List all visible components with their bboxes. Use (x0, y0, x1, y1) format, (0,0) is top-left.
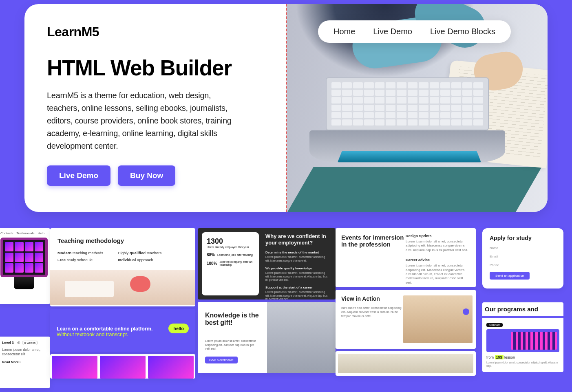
why-h2: We provide quality knowledge (265, 266, 329, 270)
programs-desc: Lorem ipsum dolor amet, consectetur adip… (486, 361, 559, 368)
preview-landscape-card (336, 351, 476, 376)
video-thumb[interactable] (403, 295, 473, 343)
preview-learn-card: Learn on a comfortable online platform. … (50, 309, 195, 352)
teaching-bullet: Highly qualified teachers (118, 251, 161, 255)
stat-88: 88% (207, 253, 215, 257)
stat-100: 100% (207, 261, 217, 266)
apply-field-name[interactable]: Name (490, 246, 556, 250)
brand-logo: LearnM5 (47, 24, 264, 40)
why-h3: Support at the start of a career (265, 286, 329, 289)
events-sub1: Design Sprints (406, 234, 470, 238)
apply-field-email[interactable]: Email (490, 255, 556, 258)
buy-now-button[interactable]: Buy Now (118, 165, 175, 186)
teaching-title: Teaching methodology (57, 237, 188, 244)
stat-88-label: Learn find jobs after training (217, 253, 253, 256)
programs-price: from 15$ lesson (486, 355, 559, 359)
teaching-bullet: Free study schedule (57, 258, 103, 262)
stat-sub: Users already employed this year (207, 246, 254, 249)
hero-card: LearnM5 HTML Web Builder LearnM5 is a th… (24, 4, 548, 212)
stat-big: 1300 (207, 237, 254, 246)
nav-live-demo[interactable]: Live Demo (373, 27, 412, 36)
why-h1: Determine the needs of the market (265, 251, 329, 254)
nav-home[interactable]: Home (333, 27, 355, 36)
learn-line2: Without textbook and transcript. (57, 332, 189, 337)
apply-title: Apply for study (490, 235, 556, 241)
preview-level3-card: Level 3 ⏲ 8 weeks Lorem ipsum dolor amet… (0, 337, 50, 388)
programs-icon (486, 329, 559, 352)
preview-events-card: Events for immersion in the profession D… (336, 228, 476, 287)
nav-live-demo-blocks[interactable]: Live Demo Blocks (430, 27, 495, 36)
events-sub2: Career advice (406, 258, 470, 262)
preview-colorful-strip (50, 354, 195, 379)
preview-view-card: View in Action Intro marrit nec anter, c… (336, 290, 476, 349)
why-p2: Lorem ipsum dolor sit amet, consectetur … (265, 271, 329, 282)
why-p1: Lorem ipsum dolor sit amet, consectetur … (265, 255, 329, 262)
tab-help: Help (38, 231, 44, 235)
gift-title: Knowledge is the best gift! (205, 312, 260, 327)
hero-headline: HTML Web Builder (47, 57, 264, 79)
top-nav: Home Live Demo Live Demo Blocks (318, 20, 511, 43)
level3-body: Lorem ipsum dolor amet, consectetur elit… (2, 348, 46, 357)
preview-gallery: Contacts Testimonials Help Level 3 ⏲ 8 w… (0, 228, 572, 388)
events-p2: Lorem ipsum dolor sit amet, consectetur … (406, 264, 470, 285)
events-p1: Lorem ipsum dolor sit amet, consectetur … (406, 240, 470, 252)
preview-employment-card: 1300 Users already employed this year 88… (198, 228, 336, 300)
preview-gift-card: Knowledge is the best gift! Lorem ipsum … (198, 302, 336, 373)
apply-send-button[interactable]: Send an application (490, 272, 530, 280)
why-title: Why are we confident in your employment? (265, 233, 329, 246)
preview-teaching-card: Teaching methodology Modern teaching met… (50, 228, 195, 306)
gift-button[interactable]: Give a certificate (205, 357, 238, 363)
tab-contacts: Contacts (0, 231, 13, 235)
events-title: Events for immersion in the profession (341, 234, 406, 248)
hello-badge: hello (168, 324, 189, 333)
why-p3: Lorem ipsum dolor sit amet, consectetur … (265, 291, 329, 300)
teaching-bullet: Modern teaching methods (57, 251, 103, 255)
preview-programs-card: Our programs and Standard from 15$ lesso… (482, 302, 563, 372)
level3-duration: 8 weeks (22, 341, 38, 345)
view-text: Intro marrit nec anter, consectetur adip… (341, 306, 402, 318)
stat-100-label: Join the company after an internship (220, 260, 254, 266)
preview-monitor-card: Contacts Testimonials Help (0, 228, 50, 304)
teaching-bullet: Individual approach (118, 258, 161, 262)
level3-read-more[interactable]: Read More › (2, 360, 46, 364)
view-title: View in Action (341, 295, 403, 302)
apply-field-phone[interactable]: Phone (490, 263, 556, 267)
programs-title: Our programs and (482, 302, 563, 316)
gift-text: Lorem ipsum dolor sit amet, consectetur … (205, 339, 260, 351)
programs-tag: Standard (486, 323, 503, 327)
live-demo-button[interactable]: Live Demo (47, 165, 110, 186)
tab-testimonials: Testimonials (17, 231, 35, 235)
preview-apply-card: Apply for study Name Email Phone Send an… (482, 228, 563, 288)
level3-title: Level 3 (2, 341, 14, 345)
hero-description: LearnM5 is a theme for education, web de… (47, 89, 243, 152)
play-icon (463, 308, 469, 315)
